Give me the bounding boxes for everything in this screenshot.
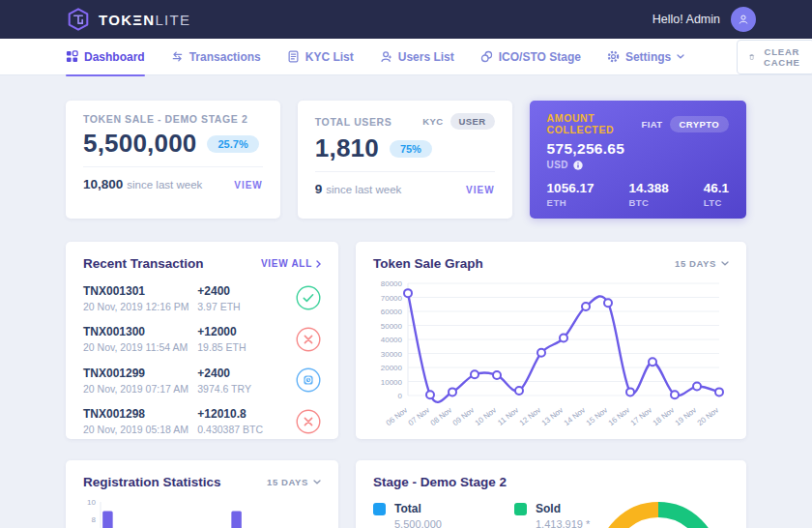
svg-text:08 Nov: 08 Nov (429, 405, 454, 427)
amount-collected-label: AMOUNT COLLECTED (547, 112, 642, 135)
svg-text:10 Nov: 10 Nov (474, 405, 499, 427)
registration-bar-chart: 1086420 (83, 494, 321, 528)
user-avatar[interactable] (731, 7, 756, 32)
token-sale-stat-card: TOKEN SALE - DEMO STAGE 2 5,500,000 25.7… (66, 101, 280, 219)
currency-label: USD (547, 160, 568, 170)
delta-text: 10,800since last week (83, 175, 202, 192)
svg-text:50000: 50000 (381, 322, 403, 331)
nav-label: Users List (398, 50, 454, 64)
chevron-down-icon (313, 480, 321, 484)
view-link[interactable]: VIEW (234, 180, 263, 191)
stage-panel: Stage - Demo Stage 2 Total5,500,000 Sold… (356, 460, 746, 528)
txn-amount: +12010.8 (197, 407, 292, 421)
total-users-stat-card: TOTAL USERS KYC USER 1,810 75% 9since la… (298, 101, 512, 219)
legend-swatch (373, 503, 386, 515)
svg-text:15 Nov: 15 Nov (585, 405, 610, 427)
transaction-row: TNX00129820 Nov, 2019 05:18 AM +12010.80… (83, 407, 321, 435)
panel-title: Recent Transaction (83, 256, 204, 271)
kyc-user-toggle: KYC USER (422, 113, 494, 130)
txn-date: 20 Nov, 2019 05:18 AM (83, 424, 197, 435)
svg-text:18 Nov: 18 Nov (652, 405, 677, 427)
svg-text:80000: 80000 (381, 279, 403, 288)
svg-text:12 Nov: 12 Nov (518, 405, 543, 427)
range-selector[interactable]: 15 DAYS (675, 258, 729, 269)
toggle-fiat[interactable]: FIAT (642, 119, 663, 130)
txn-sub: 19.85 ETH (197, 341, 292, 353)
txn-id: TNX001300 (83, 325, 197, 338)
coins-icon (480, 50, 493, 63)
txn-date: 20 Nov, 2019 07:17 AM (83, 383, 197, 395)
total-users-value: 1,810 (315, 133, 379, 163)
stat-label: TOKEN SALE - DEMO STAGE 2 (83, 113, 247, 125)
svg-text:10: 10 (87, 498, 96, 507)
range-selector[interactable]: 15 DAYS (267, 477, 321, 487)
svg-text:13 Nov: 13 Nov (540, 405, 566, 427)
svg-text:40000: 40000 (381, 336, 403, 344)
stage-donut-chart: 5,500,000TLE (594, 498, 723, 528)
crypto-ltc: 46.1 LTC (704, 181, 729, 208)
amount-collected-value: 575,256.65 (547, 140, 729, 158)
toggle-user[interactable]: USER (450, 113, 495, 130)
svg-text:06 Nov: 06 Nov (385, 405, 410, 427)
token-sale-value: 5,500,000 (83, 129, 196, 159)
toggle-kyc[interactable]: KYC (422, 116, 443, 127)
svg-text:10000: 10000 (381, 378, 403, 387)
txn-id: TNX001301 (83, 284, 197, 298)
percent-badge: 75% (390, 140, 432, 158)
panel-title: Stage - Demo Stage 2 (373, 475, 507, 489)
nav-label: Settings (625, 50, 671, 64)
svg-text:11 Nov: 11 Nov (496, 405, 520, 426)
token-sale-line-chart: 0100002000030000400005000060000700008000… (373, 276, 729, 430)
nav-item-settings[interactable]: Settings (607, 39, 684, 75)
greeting-text: Hello! Admin (652, 13, 720, 26)
person-icon (736, 12, 751, 27)
panel-title: Registration Statistics (83, 475, 221, 489)
status-failed-icon (296, 327, 321, 352)
user-area: Hello! Admin (652, 7, 756, 32)
brand[interactable]: TOKΞNLITE (66, 7, 190, 32)
transaction-row: TNX00130020 Nov, 2019 11:54 AM +1200019.… (83, 325, 321, 353)
toggle-crypto[interactable]: CRYPTO (670, 116, 729, 132)
stat-cards-row: TOKEN SALE - DEMO STAGE 2 5,500,000 25.7… (66, 101, 746, 219)
registration-statistics-panel: Registration Statistics 15 DAYS 1086420 (66, 460, 338, 528)
nav-item-kyc-list[interactable]: KYC List (287, 39, 354, 75)
recent-transactions-panel: Recent Transaction VIEW ALL TNX00130120 … (66, 242, 338, 439)
view-link[interactable]: VIEW (466, 185, 495, 195)
crypto-values-row: 1056.17 ETH 14.388 BTC 46.1 LTC (547, 181, 729, 208)
svg-text:0: 0 (398, 392, 403, 400)
nav-item-dashboard[interactable]: Dashboard (66, 39, 145, 75)
panel-title: Token Sale Graph (373, 256, 483, 271)
txn-amount: +2400 (197, 367, 292, 380)
chevron-down-icon (721, 261, 729, 266)
main-content: TOKEN SALE - DEMO STAGE 2 5,500,000 25.7… (0, 75, 812, 528)
app-header: TOKΞNLITE Hello! Admin (0, 0, 812, 39)
nav-item-users-list[interactable]: Users List (380, 39, 454, 75)
clear-cache-button[interactable]: CLEAR CACHE (737, 40, 812, 74)
trash-icon (749, 51, 754, 63)
status-failed-icon (296, 409, 321, 434)
svg-text:17 Nov: 17 Nov (629, 405, 654, 427)
txn-sub: 3974.6 TRY (197, 383, 292, 395)
chevron-right-icon (316, 260, 321, 268)
svg-text:07 Nov: 07 Nov (407, 405, 432, 427)
token-sale-graph-panel: Token Sale Graph 15 DAYS 010000200003000… (356, 242, 746, 439)
nav-label: Transactions (189, 50, 261, 64)
stat-label: TOTAL USERS (315, 116, 392, 128)
percent-badge: 25.7% (207, 135, 258, 153)
nav-item-transactions[interactable]: Transactions (171, 39, 261, 75)
view-all-link[interactable]: VIEW ALL (261, 258, 321, 269)
clear-cache-label: CLEAR CACHE (762, 46, 802, 68)
brand-name: TOKΞNLITE (99, 12, 190, 28)
svg-text:8: 8 (92, 515, 97, 524)
main-nav: Dashboard Transactions KYC List Users Li… (0, 39, 812, 75)
svg-text:09 Nov: 09 Nov (451, 405, 477, 427)
dashboard-grid-icon (66, 50, 78, 63)
txn-id: TNX001299 (83, 367, 197, 380)
svg-text:70000: 70000 (381, 294, 403, 303)
fiat-crypto-toggle: FIAT CRYPTO (642, 116, 729, 132)
svg-text:20 Nov: 20 Nov (696, 405, 721, 427)
txn-amount: +2400 (197, 284, 292, 298)
svg-text:16 Nov: 16 Nov (607, 405, 632, 427)
info-icon[interactable] (573, 161, 583, 170)
nav-item-ico-sto-stage[interactable]: ICO/STO Stage (480, 39, 581, 75)
